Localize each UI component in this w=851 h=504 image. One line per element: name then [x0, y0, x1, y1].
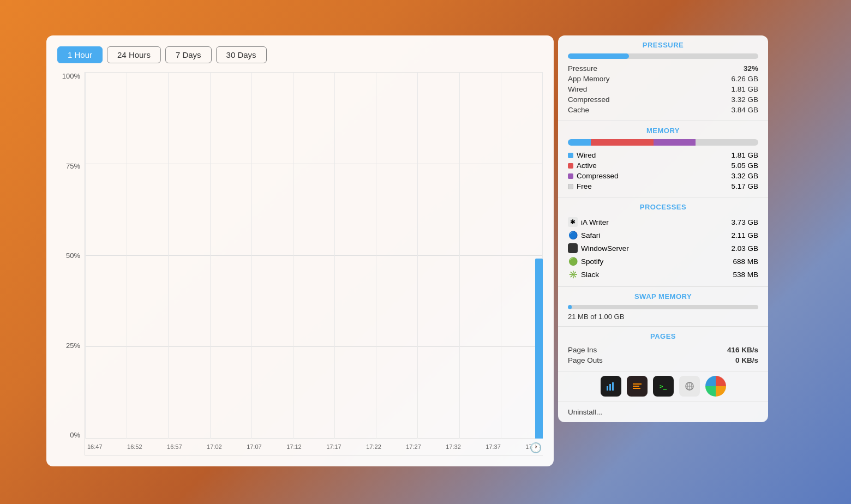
y-label-50: 50% — [57, 251, 85, 260]
mem-legend-free-left: Free — [568, 182, 592, 190]
processes-section: PROCESSES ✱ iA Writer 3.73 GB 🔵 Safari 2… — [558, 197, 768, 287]
mem-free — [696, 139, 758, 146]
v-grid-line — [501, 72, 501, 439]
windowserver-icon — [568, 243, 578, 253]
compressed-value: 3.32 GB — [731, 95, 758, 104]
stats-button[interactable] — [627, 376, 648, 397]
active-dot — [568, 163, 573, 169]
y-label-100: 100% — [57, 72, 85, 80]
x-axis: 16:47 16:52 16:57 17:02 17:07 17:12 17:1… — [85, 439, 543, 455]
process-slack-left: ✳️ Slack — [568, 269, 599, 279]
mem-legend-compressed: Compressed 3.32 GB — [568, 171, 758, 181]
chart-panel: 1 Hour 24 Hours 7 Days 30 Days 100% 75% … — [46, 35, 554, 466]
free-dot — [568, 184, 573, 189]
app-memory-row: App Memory 6.26 GB — [568, 74, 758, 84]
app-memory-label: App Memory — [568, 75, 610, 83]
swap-bar — [568, 305, 758, 309]
btn-1hour[interactable]: 1 Hour — [57, 46, 103, 63]
y-label-25: 25% — [57, 341, 85, 350]
x-label-1732: 17:32 — [446, 443, 461, 450]
v-grid-line — [85, 72, 86, 439]
ia-writer-value: 3.73 GB — [731, 218, 758, 226]
x-label-1652: 16:52 — [127, 443, 142, 450]
v-grid-line — [293, 72, 293, 439]
pressure-title: PRESSURE — [568, 41, 758, 49]
x-label-1702: 17:02 — [207, 443, 222, 450]
chart-bar — [535, 259, 543, 439]
spotify-name: Spotify — [581, 257, 603, 266]
safari-toolbar-button[interactable] — [705, 376, 726, 397]
mem-free-value: 5.17 GB — [731, 182, 758, 190]
pressure-value: 32% — [744, 64, 758, 73]
swap-fill — [568, 305, 572, 309]
terminal-button[interactable]: >_ — [653, 376, 674, 397]
mem-active — [591, 139, 654, 146]
y-label-75: 75% — [57, 162, 85, 170]
svg-rect-0 — [607, 386, 608, 391]
compressed-label: Compressed — [568, 95, 610, 104]
uninstall-button[interactable]: Uninstall... — [568, 408, 602, 416]
process-safari-left: 🔵 Safari — [568, 230, 600, 240]
network-button[interactable] — [679, 376, 700, 397]
chart-inner: 16:47 16:52 16:57 17:02 17:07 17:12 17:1… — [85, 72, 543, 455]
btn-7days[interactable]: 7 Days — [165, 46, 212, 63]
mem-wired-label: Wired — [577, 151, 596, 159]
v-grid-line — [417, 72, 418, 439]
processes-title: PROCESSES — [568, 203, 758, 211]
pressure-bar-fill — [568, 53, 629, 59]
svg-rect-4 — [633, 386, 639, 387]
svg-rect-5 — [633, 388, 640, 389]
time-buttons: 1 Hour 24 Hours 7 Days 30 Days — [57, 46, 543, 63]
mem-active-value: 5.05 GB — [731, 161, 758, 170]
x-label-1722: 17:22 — [366, 443, 381, 450]
app-memory-value: 6.26 GB — [731, 75, 758, 83]
activity-monitor-button[interactable] — [601, 376, 621, 397]
svg-rect-1 — [609, 384, 611, 391]
pressure-stat-row: Pressure 32% — [568, 63, 758, 74]
pages-title: PAGES — [568, 332, 758, 340]
cache-row: Cache 3.84 GB — [568, 105, 758, 115]
mem-free-label: Free — [577, 182, 592, 190]
pages-section: PAGES Page Ins 416 KB/s Page Outs 0 KB/s — [558, 327, 768, 371]
right-panel: PRESSURE Pressure 32% App Memory 6.26 GB… — [558, 35, 768, 422]
slack-icon: ✳️ — [568, 269, 578, 279]
mem-wired — [568, 139, 591, 146]
mem-compressed-value: 3.32 GB — [731, 172, 758, 180]
vertical-grid — [85, 72, 543, 439]
slack-name: Slack — [581, 271, 599, 279]
process-safari: 🔵 Safari 2.11 GB — [568, 229, 758, 242]
page-outs-value: 0 KB/s — [735, 356, 758, 364]
wired-value: 1.81 GB — [731, 85, 758, 93]
swap-title: SWAP MEMORY — [568, 292, 758, 301]
wired-label: Wired — [568, 85, 587, 93]
toolbar: >_ — [558, 371, 768, 401]
cache-value: 3.84 GB — [731, 106, 758, 114]
mem-compressed — [654, 139, 696, 146]
mem-legend-compressed-left: Compressed — [568, 172, 619, 180]
memory-section: MEMORY Wired 1.81 GB Active 5.05 GB — [558, 121, 768, 197]
compressed-dot — [568, 173, 573, 179]
mem-legend-wired-left: Wired — [568, 151, 596, 159]
spotify-value: 688 MB — [733, 257, 758, 266]
page-ins-row: Page Ins 416 KB/s — [568, 345, 758, 355]
pressure-label: Pressure — [568, 64, 597, 73]
main-container: 1 Hour 24 Hours 7 Days 30 Days 100% 75% … — [46, 35, 768, 466]
x-label-1707: 17:07 — [247, 443, 262, 450]
slack-value: 538 MB — [733, 271, 758, 279]
process-ia-writer-left: ✱ iA Writer — [568, 217, 609, 227]
process-windowserver-left: WindowServer — [568, 243, 629, 253]
btn-24hours[interactable]: 24 Hours — [107, 46, 161, 63]
svg-rect-2 — [612, 382, 614, 391]
wired-row: Wired 1.81 GB — [568, 84, 758, 94]
uninstall-section: Uninstall... — [558, 401, 768, 422]
page-outs-label: Page Outs — [568, 356, 603, 364]
v-grid-line — [168, 72, 169, 439]
swap-section: SWAP MEMORY 21 MB of 1.00 GB — [558, 287, 768, 327]
process-slack: ✳️ Slack 538 MB — [568, 268, 758, 281]
ia-writer-icon: ✱ — [568, 217, 578, 227]
btn-30days[interactable]: 30 Days — [216, 46, 267, 63]
svg-rect-3 — [633, 383, 642, 385]
page-ins-label: Page Ins — [568, 346, 597, 354]
process-spotify: 🟢 Spotify 688 MB — [568, 255, 758, 268]
compressed-row: Compressed 3.32 GB — [568, 94, 758, 105]
